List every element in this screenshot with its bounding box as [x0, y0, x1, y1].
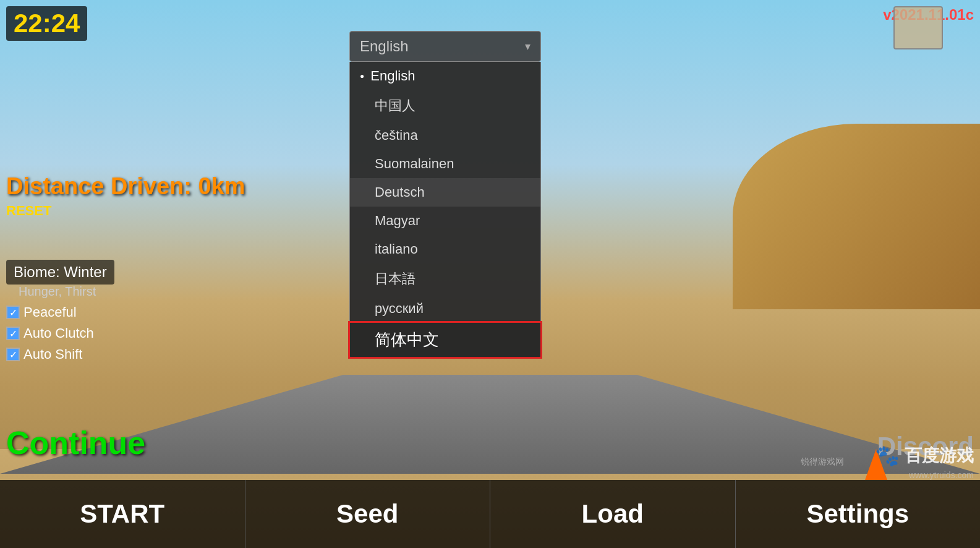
settings-button[interactable]: Settings: [736, 480, 981, 548]
lang-german-label: Deutsch: [375, 184, 425, 200]
lang-russian-label: русский: [375, 301, 424, 317]
lang-option-czech[interactable]: čeština: [350, 121, 540, 150]
baidu-label: 百度游戏: [905, 444, 974, 468]
checkbox-autoclutch-box[interactable]: ✓: [6, 327, 20, 340]
lang-english-label: English: [370, 68, 415, 84]
language-dropdown-wrapper: English ▾ English 中国人 čeština Suomalaine…: [349, 31, 541, 357]
lang-italian-label: italiano: [375, 241, 418, 257]
start-button[interactable]: START: [0, 480, 245, 548]
checkbox-autoshift-label: Auto Shift: [23, 346, 82, 362]
bottom-nav: START Seed Load Settings: [0, 480, 980, 548]
lang-option-simplified-chinese[interactable]: 简体中文: [350, 323, 540, 357]
checkbox-autoshift-box[interactable]: ✓: [6, 348, 20, 361]
lang-option-english[interactable]: English: [350, 62, 540, 90]
lang-hungarian-label: Magyar: [375, 213, 420, 229]
checkboxes-panel: ✓ Peaceful ✓ Auto Clutch ✓ Auto Shift: [6, 304, 94, 362]
lang-czech-label: čeština: [375, 127, 418, 143]
load-button[interactable]: Load: [490, 480, 736, 548]
lang-option-chinese-trad[interactable]: 中国人: [350, 90, 540, 121]
lang-simplified-chinese-label: 简体中文: [375, 329, 439, 351]
lang-finnish-label: Suomalainen: [375, 156, 454, 172]
biome-label: Biome: Winter: [6, 260, 114, 285]
watermark-ytruids: www.ytruids.com: [909, 470, 974, 480]
watermark-sruids: 锐得游戏网: [801, 456, 844, 468]
baidu-icon: 🐾: [875, 444, 900, 468]
language-select-button[interactable]: English ▾: [349, 31, 541, 62]
seed-button[interactable]: Seed: [245, 480, 491, 548]
language-options-list: English 中国人 čeština Suomalainen Deutsch …: [349, 62, 541, 357]
continue-button[interactable]: Continue: [6, 424, 145, 461]
language-selected-label: English: [360, 38, 409, 55]
lang-option-hungarian[interactable]: Magyar: [350, 207, 540, 235]
minimap: [893, 6, 943, 49]
dropdown-arrow-icon: ▾: [525, 40, 530, 53]
lang-chinese-trad-label: 中国人: [375, 96, 415, 115]
reset-button[interactable]: RESET: [6, 203, 51, 219]
lang-option-finnish[interactable]: Suomalainen: [350, 150, 540, 178]
hunger-label: Hunger, Thirst: [19, 285, 96, 299]
lang-option-japanese[interactable]: 日本語: [350, 263, 540, 294]
lang-option-italian[interactable]: italiano: [350, 235, 540, 263]
checkbox-peaceful[interactable]: ✓ Peaceful: [6, 304, 94, 320]
game-timer: 22:24: [6, 6, 87, 41]
checkbox-peaceful-box[interactable]: ✓: [6, 306, 20, 319]
lang-japanese-label: 日本語: [375, 270, 415, 288]
lang-option-german[interactable]: Deutsch: [350, 178, 540, 207]
checkbox-peaceful-label: Peaceful: [23, 304, 77, 320]
checkbox-autoclutch-label: Auto Clutch: [23, 325, 94, 341]
distance-driven: Distance Driven: 0km: [6, 173, 245, 200]
lang-option-russian[interactable]: русский: [350, 294, 540, 323]
checkbox-autoshift[interactable]: ✓ Auto Shift: [6, 346, 94, 362]
watermark-baidu: 🐾 百度游戏: [875, 444, 974, 468]
checkbox-autoclutch[interactable]: ✓ Auto Clutch: [6, 325, 94, 341]
desert-hill: [733, 124, 980, 309]
